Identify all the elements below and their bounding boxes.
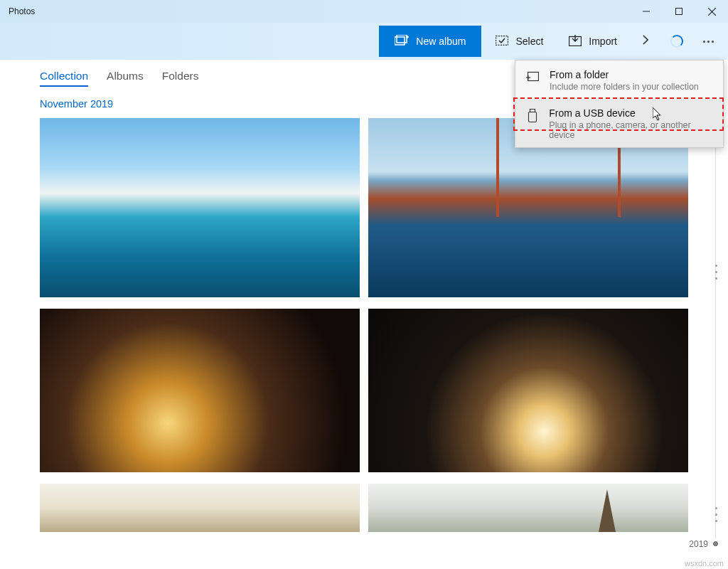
new-album-button[interactable]: New album	[379, 26, 481, 57]
dropdown-item-subtitle: Plug in a phone, camera, or another devi…	[549, 120, 713, 140]
photo-thumbnail[interactable]	[368, 309, 688, 472]
close-button[interactable]	[695, 0, 728, 23]
cursor-icon	[653, 107, 663, 124]
usb-device-icon	[525, 107, 539, 123]
import-icon	[569, 35, 582, 48]
dropdown-item-text: From a USB device Plug in a phone, camer…	[549, 107, 713, 140]
overflow-chevron-button[interactable]	[631, 26, 660, 57]
timeline-scrubber[interactable]: 2019	[708, 94, 722, 560]
more-button[interactable]	[694, 26, 722, 57]
tab-albums[interactable]: Albums	[107, 70, 144, 87]
svg-rect-5	[397, 35, 407, 43]
app-title: Photos	[9, 6, 35, 16]
more-icon	[703, 41, 714, 43]
import-label: Import	[589, 36, 617, 47]
dropdown-item-title: From a folder	[550, 69, 699, 80]
timeline-ticks	[715, 507, 717, 522]
folder-add-icon	[525, 69, 540, 82]
timeline-year-label: 2019	[689, 539, 708, 549]
timeline-marker-current[interactable]	[713, 541, 718, 546]
sync-progress	[663, 26, 691, 57]
spinner-icon	[670, 35, 683, 48]
watermark: wsxdn.com	[685, 559, 724, 568]
content-area: November 2019	[0, 98, 728, 532]
window-controls	[630, 0, 728, 23]
timeline-ticks	[715, 265, 717, 280]
svg-rect-1	[676, 9, 682, 15]
svg-rect-10	[528, 73, 539, 81]
dropdown-item-title: From a USB device	[549, 107, 713, 119]
tab-folders[interactable]: Folders	[162, 70, 199, 87]
photo-thumbnail[interactable]	[40, 309, 360, 472]
svg-rect-4	[395, 37, 405, 45]
minimize-button[interactable]	[630, 0, 663, 23]
dropdown-item-text: From a folder Include more folders in yo…	[550, 69, 699, 92]
select-label: Select	[515, 36, 543, 47]
photo-thumbnail[interactable]	[40, 484, 360, 532]
titlebar: Photos	[0, 0, 728, 23]
photo-grid	[40, 484, 688, 532]
photo-thumbnail[interactable]	[40, 118, 360, 297]
photo-grid	[40, 309, 688, 472]
svg-rect-13	[530, 110, 535, 112]
import-from-folder-item[interactable]: From a folder Include more folders in yo…	[515, 60, 723, 99]
dropdown-item-subtitle: Include more folders in your collection	[550, 82, 699, 92]
import-from-usb-item[interactable]: From a USB device Plug in a phone, camer…	[515, 99, 723, 147]
import-dropdown: From a folder Include more folders in yo…	[515, 60, 724, 148]
timeline-line	[715, 142, 716, 539]
photo-thumbnail[interactable]	[368, 484, 688, 532]
new-album-icon	[395, 35, 409, 48]
chevron-right-icon	[643, 35, 648, 48]
new-album-label: New album	[416, 36, 466, 47]
svg-rect-8	[496, 36, 508, 45]
svg-rect-14	[528, 112, 536, 122]
tab-collection[interactable]: Collection	[40, 70, 88, 87]
select-icon	[496, 36, 508, 48]
select-button[interactable]: Select	[484, 26, 555, 57]
toolbar: New album Select Import	[0, 23, 728, 60]
import-button[interactable]: Import	[557, 26, 628, 57]
maximize-button[interactable]	[663, 0, 695, 23]
